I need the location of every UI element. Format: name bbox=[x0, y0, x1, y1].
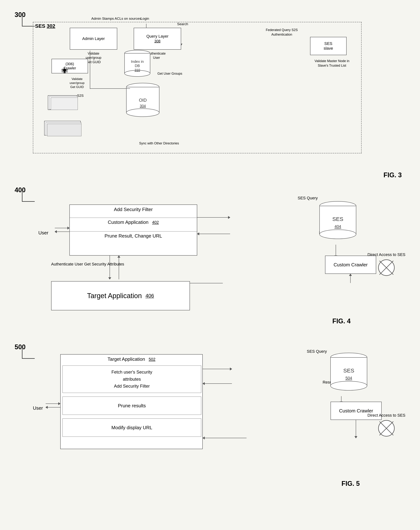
fig4-crawler-hline bbox=[190, 283, 223, 283]
fig4-app-to-user-arrow bbox=[55, 232, 69, 232]
fig3-login-label: Login bbox=[141, 16, 149, 21]
fig5-title: FIG. 5 bbox=[342, 480, 360, 487]
fig4-authenticate-label: Authenticate User Get Security Attribute… bbox=[51, 261, 124, 267]
svg-text:404: 404 bbox=[334, 224, 341, 229]
svg-text:DB: DB bbox=[135, 64, 140, 68]
svg-text:310: 310 bbox=[135, 68, 140, 72]
fig5-bracket-arrow bbox=[22, 349, 35, 359]
fig3-oid-cylinder: OID 304 bbox=[124, 83, 161, 119]
svg-text:SES: SES bbox=[332, 216, 343, 222]
svg-point-18 bbox=[330, 381, 367, 390]
fig3-repo-shadow2 bbox=[47, 124, 81, 136]
fig5-ses-query-label: SES Query bbox=[307, 349, 327, 354]
fig3-ses-slave-box: SES slave bbox=[310, 37, 346, 55]
fig3-ses-box: SES 302 Admin Layer Validateuser/groupGe… bbox=[33, 22, 361, 153]
fig5-prune-box: Prune results bbox=[62, 397, 201, 415]
svg-point-13 bbox=[320, 230, 356, 239]
page: 300 Admin Stamps ACLs on sources Login S… bbox=[0, 0, 420, 530]
fig5-fetch-box: Fetch user's Security attributes Add Sec… bbox=[62, 366, 201, 393]
fig4-ses-query-label: SES Query bbox=[298, 195, 318, 201]
fig4-ses-cylinder: SES 404 bbox=[318, 201, 358, 244]
fig3-index-db-cylinder: Index in DB 310 bbox=[123, 50, 152, 79]
svg-text:504: 504 bbox=[345, 376, 352, 380]
fig5-crawler-down-arrow bbox=[356, 420, 356, 438]
fig3-admin-layer-box: Admin Layer bbox=[70, 28, 117, 50]
fig5-cross-circle-icon bbox=[378, 420, 395, 437]
fig4-cross-circle-icon bbox=[378, 259, 395, 276]
fig4-divider2 bbox=[70, 231, 197, 232]
fig5-app-to-user-arrow bbox=[46, 407, 60, 408]
fig5-user-label: User bbox=[33, 405, 43, 411]
fig3-section: 300 Admin Stamps ACLs on sources Login S… bbox=[15, 11, 405, 172]
fig4-down-arrow1 bbox=[110, 256, 110, 279]
fig4-direct-access-label: Direct Access to SES bbox=[367, 252, 405, 278]
fig3-admin-oid-hline bbox=[90, 88, 130, 89]
fig4-divider1 bbox=[70, 218, 197, 218]
fig5-target-app-box: Target Application 502 Fetch user's Secu… bbox=[60, 354, 203, 449]
fig3-federated-query-label: Federated Query S2S Authentication bbox=[259, 28, 305, 37]
fig4-ses-svg: SES 404 bbox=[318, 201, 358, 243]
fig5-ses-cylinder: SES 504 bbox=[329, 352, 369, 395]
fig4-add-security-label: Add Security Filter bbox=[70, 207, 197, 212]
svg-text:304: 304 bbox=[140, 104, 146, 108]
svg-text:SES: SES bbox=[343, 368, 354, 374]
fig4-section: 400 User Add Security Filter Custom Appl… bbox=[15, 186, 405, 329]
fig5-to-ses-arrow bbox=[203, 369, 232, 369]
fig4-user-label: User bbox=[38, 230, 48, 236]
fig3-sync-label: Sync with Other Directories bbox=[139, 141, 179, 146]
fig3-ses-label: SES 302 bbox=[35, 23, 55, 29]
fig5-target-app-header: Target Application 502 bbox=[61, 356, 202, 362]
fig3-validate2-label: Validateuser/groupGet GUID bbox=[57, 77, 97, 89]
fig4-custom-app-box: Add Security Filter Custom Application 4… bbox=[69, 205, 197, 256]
fig5-user-to-app-arrow bbox=[46, 403, 60, 404]
svg-text:OID: OID bbox=[139, 98, 147, 103]
fig3-oid-svg: OID 304 bbox=[124, 83, 161, 119]
fig3-title: FIG. 3 bbox=[383, 171, 402, 179]
fig4-prune-result-label: Prune Result, Change URL bbox=[70, 233, 197, 239]
fig5-direct-access-label: Direct Access to SES bbox=[367, 412, 405, 438]
fig3-s2s-label: S2S bbox=[77, 93, 84, 98]
fig5-ses-svg: SES 504 bbox=[329, 352, 369, 394]
fig4-custom-app-row: Custom Application 402 bbox=[70, 220, 197, 225]
fig3-validate-master-label: Validate Master Node in Slave's Trusted … bbox=[310, 59, 354, 68]
fig4-user-to-app-arrow bbox=[55, 228, 69, 228]
fig3-spider-icon: 🕷 bbox=[61, 67, 68, 75]
fig5-modify-box: Modify display URL bbox=[62, 418, 201, 437]
svg-point-2 bbox=[126, 109, 159, 117]
fig3-admin-oid-line bbox=[90, 51, 90, 89]
fig3-index-svg: Index in DB 310 bbox=[123, 50, 152, 79]
fig3-crawler-box: (306) Crawler bbox=[51, 59, 88, 74]
fig4-up-arrow1 bbox=[119, 256, 119, 279]
fig3-ocs-shadow2 bbox=[51, 98, 78, 110]
fig4-bracket-arrow bbox=[22, 192, 35, 202]
fig4-title: FIG. 4 bbox=[332, 317, 351, 325]
svg-text:Index in: Index in bbox=[131, 59, 144, 63]
fig5-section: 500 User Target Application 502 Fetch us… bbox=[15, 343, 405, 493]
fig5-from-ses-arrow bbox=[203, 383, 232, 384]
fig3-query-layer-box: Query Layer 308 bbox=[134, 28, 181, 50]
fig4-crawler-to-target-arrow bbox=[350, 274, 351, 283]
fig4-to-ses-arrow bbox=[197, 217, 230, 218]
fig3-admin-stamps-label: Admin Stamps ACLs on sources bbox=[91, 16, 141, 21]
fig5-crawler-to-target-line bbox=[203, 438, 247, 438]
fig3-get-user-groups-label: Get User Groups bbox=[157, 72, 182, 76]
fig4-from-ses-arrow bbox=[197, 234, 230, 234]
fig4-target-app-box: Target Application 406 bbox=[51, 281, 190, 310]
